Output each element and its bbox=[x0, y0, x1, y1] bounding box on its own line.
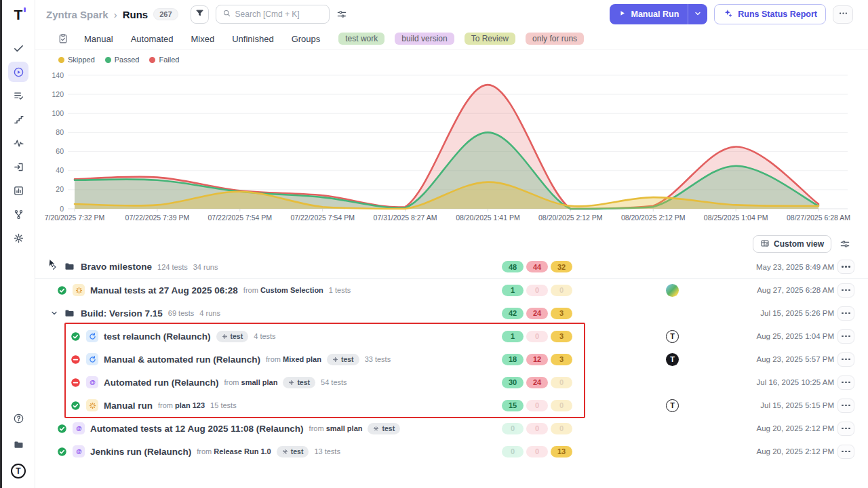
result-badges: 100 bbox=[502, 285, 572, 296]
header-more-button[interactable] bbox=[833, 5, 853, 24]
tests-count: 13 tests bbox=[314, 447, 340, 455]
app-logo[interactable]: T bbox=[14, 7, 23, 23]
result-badges: 103 bbox=[502, 331, 572, 342]
row-more-button[interactable] bbox=[837, 306, 854, 321]
row-more-button[interactable] bbox=[837, 329, 854, 344]
sidebar-item-help[interactable] bbox=[8, 408, 28, 428]
svg-text:80: 80 bbox=[56, 128, 64, 136]
sidebar-item-import[interactable] bbox=[8, 157, 28, 177]
tab-automated[interactable]: Automated bbox=[131, 34, 174, 44]
sidebar-item-runs[interactable] bbox=[8, 62, 28, 82]
breadcrumb-project[interactable]: Zyntra Spark bbox=[46, 9, 108, 20]
badge-failed: 24 bbox=[526, 377, 548, 388]
sidebar-item-analytics[interactable] bbox=[8, 133, 28, 153]
row-more-button[interactable] bbox=[837, 283, 854, 298]
filter-tabs: ManualAutomatedMixedUnfinishedGroups bbox=[84, 34, 320, 44]
run-date: Aug 20, 2025 2:12 PM bbox=[757, 447, 834, 455]
legend-item-failed[interactable]: Failed bbox=[149, 56, 179, 64]
sidebar-item-projects[interactable] bbox=[8, 434, 28, 455]
run-date: Aug 25, 2025 1:04 PM bbox=[757, 332, 834, 340]
run-date: Jul 15, 2025 5:15 PM bbox=[760, 401, 834, 409]
run-title[interactable]: test relaunch (Relaunch) bbox=[104, 331, 211, 342]
tag-test-work[interactable]: test work bbox=[338, 33, 384, 45]
filter-button[interactable] bbox=[191, 5, 209, 24]
view-settings-icon[interactable] bbox=[840, 239, 850, 249]
tab-groups[interactable]: Groups bbox=[292, 34, 321, 44]
search-settings-icon[interactable] bbox=[336, 9, 347, 20]
run-tag[interactable]: test bbox=[368, 423, 400, 434]
run-tag[interactable]: test bbox=[277, 446, 309, 458]
sidebar-item-branches[interactable] bbox=[8, 204, 28, 224]
chevron-down-icon[interactable] bbox=[50, 309, 58, 317]
run-title[interactable]: Automated tests at 12 Aug 2025 11:08 (Re… bbox=[90, 424, 304, 434]
manual-run-dropdown[interactable] bbox=[688, 4, 707, 24]
status-passed-icon bbox=[71, 331, 81, 342]
run-title[interactable]: Manual & automated run (Relaunch) bbox=[104, 354, 260, 365]
run-title[interactable]: Jenkins run (Relaunch) bbox=[90, 447, 191, 457]
badge-passed: 15 bbox=[502, 400, 524, 411]
funnel-icon bbox=[195, 8, 205, 21]
legend-item-skipped[interactable]: Skipped bbox=[58, 56, 95, 64]
run-title[interactable]: Bravo milestone bbox=[81, 262, 152, 272]
row-more-button[interactable] bbox=[837, 399, 854, 413]
run-source: from plan 123 bbox=[158, 401, 205, 409]
row-more-button[interactable] bbox=[837, 260, 854, 274]
folder-icon bbox=[64, 308, 75, 319]
run-row[interactable]: test relaunch (Relaunch)test4 tests103TA… bbox=[35, 325, 868, 348]
legend-item-passed[interactable]: Passed bbox=[105, 56, 140, 64]
row-more-button[interactable] bbox=[837, 422, 854, 436]
tag-build-version[interactable]: build version bbox=[395, 33, 454, 45]
run-title[interactable]: Manual run bbox=[104, 401, 153, 411]
svg-text:08/25/2025 1:04 PM: 08/25/2025 1:04 PM bbox=[704, 214, 768, 222]
group-row[interactable]: Bravo milestone124 tests34 runs484432May… bbox=[35, 256, 868, 279]
run-tag[interactable]: test bbox=[283, 377, 315, 388]
clipboard-check-icon[interactable] bbox=[58, 33, 68, 44]
run-row[interactable]: Manual tests at 27 Aug 2025 06:28from Cu… bbox=[35, 279, 868, 302]
search-input[interactable] bbox=[235, 9, 323, 19]
run-title[interactable]: Automated run (Relaunch) bbox=[104, 378, 219, 388]
breadcrumb-separator-icon: › bbox=[114, 9, 117, 20]
run-row[interactable]: @Jenkins run (Relaunch)from Release Run … bbox=[35, 440, 868, 463]
badge-skipped: 0 bbox=[551, 377, 572, 388]
tab-unfinished[interactable]: Unfinished bbox=[232, 34, 273, 44]
folder-icon bbox=[64, 261, 75, 272]
run-date: May 23, 2025 8:49 AM bbox=[756, 263, 834, 271]
tag-only-for-runs[interactable]: only for runs bbox=[526, 33, 584, 45]
badge-passed: 42 bbox=[502, 308, 524, 319]
run-row[interactable]: Manual & automated run (Relaunch)from Mi… bbox=[35, 348, 868, 371]
tab-mixed[interactable]: Mixed bbox=[191, 34, 215, 44]
runs-count: 4 runs bbox=[199, 309, 220, 317]
sidebar-item-milestones[interactable] bbox=[8, 109, 28, 129]
run-tag[interactable]: test bbox=[216, 331, 249, 342]
custom-view-button[interactable]: Custom view bbox=[753, 235, 831, 253]
tag-to-review[interactable]: To Review bbox=[465, 33, 515, 45]
tab-manual[interactable]: Manual bbox=[84, 34, 113, 44]
row-more-button[interactable] bbox=[837, 375, 854, 390]
runs-count: 34 runs bbox=[193, 263, 218, 271]
group-row[interactable]: Build: Version 7.1569 tests4 runs42243Ju… bbox=[35, 302, 868, 325]
row-more-button[interactable] bbox=[837, 352, 854, 367]
sidebar-item-tasks[interactable] bbox=[8, 38, 28, 58]
run-row[interactable]: @Automated tests at 12 Aug 2025 11:08 (R… bbox=[35, 417, 868, 440]
sidebar-item-reports[interactable] bbox=[8, 180, 28, 201]
run-source: from Mixed plan bbox=[266, 355, 321, 363]
run-title[interactable]: Manual tests at 27 Aug 2025 06:28 bbox=[90, 285, 238, 296]
manual-run-button[interactable]: Manual Run bbox=[610, 4, 707, 24]
run-row[interactable]: Manual runfrom plan 12315 tests1500TJul … bbox=[35, 394, 868, 417]
sidebar-item-settings[interactable] bbox=[8, 228, 28, 248]
run-title[interactable]: Build: Version 7.15 bbox=[81, 308, 163, 319]
run-source: from Release Run 1.0 bbox=[197, 447, 271, 455]
sidebar-item-test-plans[interactable] bbox=[8, 85, 28, 106]
run-row[interactable]: @Automated run (Relaunch)from small plan… bbox=[35, 371, 868, 394]
badge-passed: 1 bbox=[502, 331, 524, 342]
run-date: Jul 15, 2025 5:26 PM bbox=[760, 309, 834, 317]
user-avatar[interactable]: T bbox=[11, 464, 26, 479]
runs-status-report-button[interactable]: Runs Status Report bbox=[714, 4, 826, 24]
badge-failed: 44 bbox=[526, 261, 548, 272]
run-tag[interactable]: test bbox=[327, 354, 359, 365]
search-box[interactable] bbox=[216, 5, 330, 24]
row-more-button[interactable] bbox=[837, 445, 854, 459]
fork-icon bbox=[13, 209, 24, 220]
badge-skipped: 13 bbox=[551, 446, 572, 458]
chevron-right-icon[interactable] bbox=[50, 263, 58, 271]
